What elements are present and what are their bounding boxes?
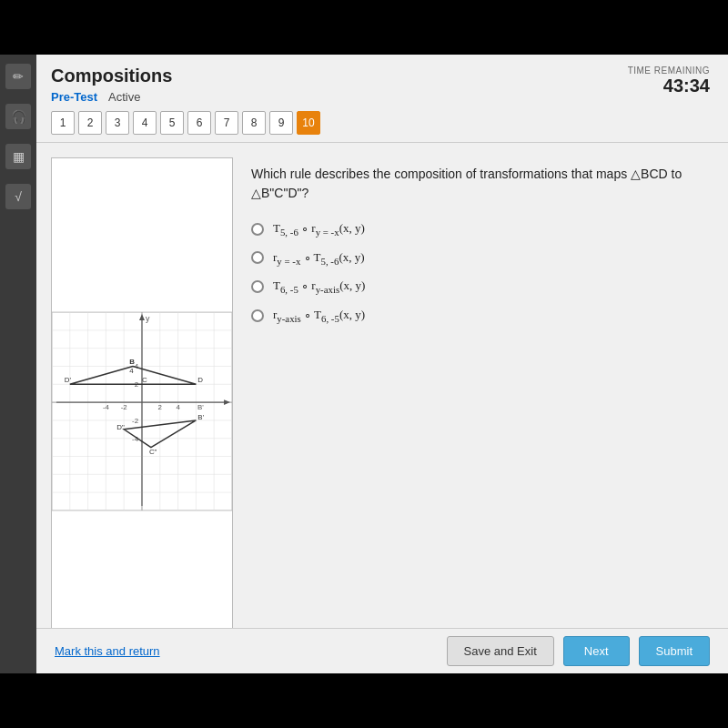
active-label: Active [108, 90, 140, 104]
option-3-text: T6, -5 ∘ ry-axis(x, y) [273, 278, 365, 295]
radio-4[interactable] [251, 309, 264, 322]
pre-test-label: Pre-Test [51, 90, 97, 104]
option-4-text: ry-axis ∘ T6, -5(x, y) [273, 308, 365, 324]
option-2-text: ry = -x ∘ T5, -6(x, y) [273, 250, 365, 267]
save-exit-button[interactable]: Save and Exit [447, 636, 554, 666]
svg-text:y: y [146, 314, 150, 323]
headphone-icon[interactable]: 🎧 [5, 104, 31, 129]
svg-text:4: 4 [176, 403, 180, 411]
options-list: T5, -6 ∘ ry = -x(x, y) ry = -x ∘ T5, -6(… [251, 221, 713, 323]
svg-text:D": D" [116, 423, 125, 431]
option-2[interactable]: ry = -x ∘ T5, -6(x, y) [251, 250, 713, 267]
svg-text:4: 4 [129, 367, 134, 375]
coordinate-graph: -4 -2 2 4 B' 4 2 -2 -4 [52, 158, 232, 664]
svg-text:B: B [129, 358, 135, 366]
header: Compositions Pre-Test Active 1 2 3 4 5 6… [36, 55, 728, 143]
svg-text:-2: -2 [121, 403, 127, 411]
sqrt-icon[interactable]: √ [5, 184, 31, 209]
footer: Mark this and return Save and Exit Next … [36, 628, 728, 673]
option-1-text: T5, -6 ∘ ry = -x(x, y) [273, 221, 365, 238]
svg-text:C: C [142, 376, 147, 384]
body-area: -4 -2 2 4 B' 4 2 -2 -4 [36, 143, 728, 680]
calculator-icon[interactable]: ▦ [5, 144, 31, 169]
main-content: Compositions Pre-Test Active 1 2 3 4 5 6… [36, 55, 728, 673]
mark-return-link[interactable]: Mark this and return [55, 644, 160, 658]
radio-3[interactable] [251, 280, 264, 293]
radio-1[interactable] [251, 223, 264, 236]
time-label: TIME REMAINING [628, 66, 710, 76]
subtitle-row: Pre-Test Active [51, 90, 713, 104]
nav-btn-3[interactable]: 3 [106, 111, 129, 135]
svg-text:B': B' [197, 403, 204, 411]
nav-btn-9[interactable]: 9 [269, 111, 293, 135]
question-panel: Which rule describes the composition of … [251, 157, 713, 665]
option-4[interactable]: ry-axis ∘ T6, -5(x, y) [251, 308, 713, 324]
question-nav: 1 2 3 4 5 6 7 8 9 10 [51, 111, 713, 142]
next-button[interactable]: Next [563, 636, 630, 666]
nav-btn-8[interactable]: 8 [242, 111, 266, 135]
page-title: Compositions [51, 66, 713, 86]
footer-buttons: Save and Exit Next Submit [447, 636, 710, 666]
nav-btn-5[interactable]: 5 [160, 111, 184, 135]
svg-text:D': D' [65, 376, 72, 384]
question-text: Which rule describes the composition of … [251, 165, 713, 203]
svg-text:B': B' [197, 413, 204, 421]
nav-btn-2[interactable]: 2 [78, 111, 102, 135]
svg-text:-2: -2 [132, 417, 138, 425]
submit-button[interactable]: Submit [639, 636, 710, 666]
nav-btn-7[interactable]: 7 [215, 111, 238, 135]
svg-text:D: D [197, 376, 203, 384]
svg-text:-4: -4 [103, 403, 110, 411]
time-remaining: TIME REMAINING 43:34 [628, 66, 710, 96]
nav-btn-4[interactable]: 4 [133, 111, 157, 135]
radio-2[interactable] [251, 251, 264, 264]
option-3[interactable]: T6, -5 ∘ ry-axis(x, y) [251, 278, 713, 295]
nav-btn-1[interactable]: 1 [51, 111, 75, 135]
svg-text:2: 2 [158, 403, 162, 411]
graph-container: -4 -2 2 4 B' 4 2 -2 -4 [52, 158, 232, 664]
nav-btn-6[interactable]: 6 [187, 111, 211, 135]
svg-text:C": C" [149, 448, 157, 456]
nav-btn-10[interactable]: 10 [297, 111, 320, 135]
time-value: 43:34 [628, 76, 710, 96]
left-toolbar: ✏ 🎧 ▦ √ [0, 55, 36, 673]
pencil-icon[interactable]: ✏ [5, 64, 31, 89]
graph-panel: -4 -2 2 4 B' 4 2 -2 -4 [51, 157, 233, 665]
option-1[interactable]: T5, -6 ∘ ry = -x(x, y) [251, 221, 713, 238]
